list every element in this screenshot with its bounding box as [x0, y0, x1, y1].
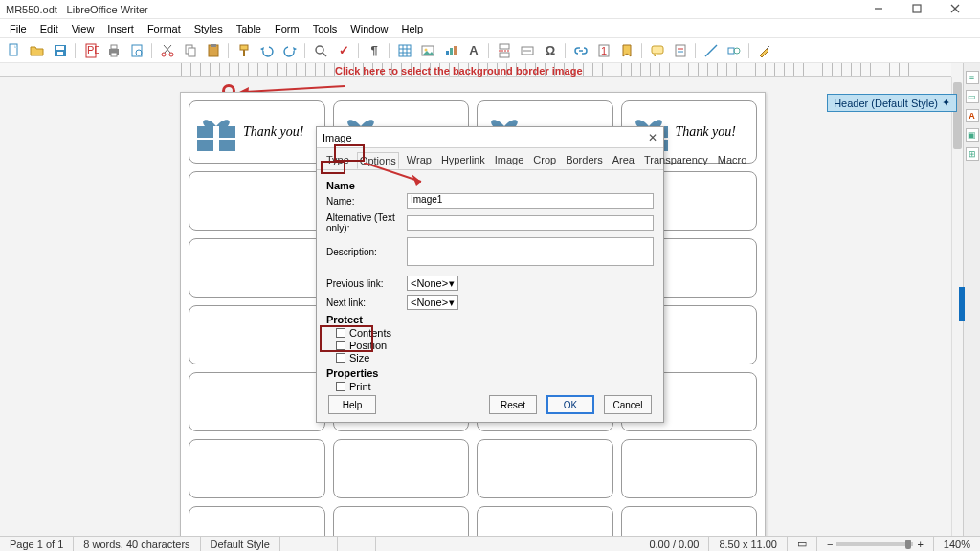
svg-rect-11: [111, 45, 117, 49]
tab-borders[interactable]: Borders: [564, 152, 605, 169]
name-label: Name:: [326, 196, 407, 207]
menu-window[interactable]: Window: [345, 21, 393, 36]
menu-styles[interactable]: Styles: [189, 21, 229, 36]
sidebar-navigator-icon[interactable]: ⊞: [966, 147, 979, 161]
save-icon[interactable]: [50, 40, 71, 61]
separator: │: [746, 40, 752, 61]
header-badge[interactable]: Header (Default Style) ✦: [827, 94, 957, 112]
svg-point-25: [316, 46, 323, 54]
minimize-button[interactable]: [859, 3, 898, 16]
cancel-button[interactable]: Cancel: [604, 395, 652, 414]
svg-text:1: 1: [601, 45, 607, 56]
dialog-close-icon[interactable]: ✕: [648, 131, 657, 144]
tab-macro[interactable]: Macro: [716, 152, 749, 169]
sidebar-handle[interactable]: [959, 287, 965, 321]
menu-tools[interactable]: Tools: [307, 21, 344, 36]
svg-rect-45: [676, 45, 685, 56]
redo-icon[interactable]: [279, 40, 301, 61]
status-size: 8.50 x 11.00: [709, 537, 788, 551]
zoom-value[interactable]: 140%: [934, 537, 980, 551]
tab-image[interactable]: Image: [493, 152, 526, 169]
tab-crop[interactable]: Crop: [531, 152, 558, 169]
page-break-icon[interactable]: [494, 40, 515, 61]
status-words[interactable]: 8 words, 40 characters: [74, 537, 200, 551]
insert-comment-icon[interactable]: [647, 40, 668, 61]
desc-input[interactable]: [407, 237, 654, 266]
tab-hyperlink[interactable]: Hyperlink: [439, 152, 487, 169]
track-changes-icon[interactable]: [670, 40, 691, 61]
help-button[interactable]: Help: [328, 395, 376, 414]
undo-icon[interactable]: [256, 40, 278, 61]
menu-table[interactable]: Table: [231, 21, 267, 36]
print-icon[interactable]: [103, 40, 124, 61]
menu-view[interactable]: View: [66, 21, 100, 36]
sidebar-properties-icon[interactable]: ≡: [966, 71, 979, 84]
insert-field-icon[interactable]: [517, 40, 538, 61]
insert-footnote-icon[interactable]: 1: [593, 40, 614, 61]
insert-special-char-icon[interactable]: Ω: [540, 40, 561, 61]
paste-icon[interactable]: [203, 40, 224, 61]
export-pdf-icon[interactable]: PDF: [80, 40, 101, 61]
sidebar-gallery-icon[interactable]: ▣: [966, 128, 979, 142]
tab-type[interactable]: Type: [324, 152, 351, 169]
copy-icon[interactable]: [180, 40, 201, 61]
name-input[interactable]: Image1: [407, 193, 654, 209]
card-text: Thank you!: [676, 124, 736, 140]
print-preview-icon[interactable]: [126, 40, 147, 61]
checkbox-contents[interactable]: Contents: [336, 327, 654, 339]
status-style[interactable]: Default Style: [201, 537, 280, 551]
reset-button[interactable]: Reset: [489, 395, 537, 414]
next-link-select[interactable]: <None>▾: [407, 295, 458, 310]
menu-edit[interactable]: Edit: [34, 21, 64, 36]
svg-line-48: [705, 45, 717, 56]
checkbox-position[interactable]: Position: [336, 340, 654, 351]
svg-rect-27: [399, 45, 411, 56]
sidebar-page-icon[interactable]: ▭: [966, 90, 979, 103]
close-button[interactable]: [936, 3, 974, 16]
checkbox-size[interactable]: Size: [336, 352, 654, 364]
open-icon[interactable]: [27, 40, 48, 61]
dialog-titlebar[interactable]: Image ✕: [317, 127, 663, 148]
zoom-slider[interactable]: − +: [817, 537, 934, 551]
prev-link-select[interactable]: <None>▾: [407, 276, 458, 291]
tab-transparency[interactable]: Transparency: [642, 152, 710, 169]
checkbox-print[interactable]: Print: [336, 381, 654, 392]
spellcheck-icon[interactable]: ✓: [333, 40, 354, 61]
insert-chart-icon[interactable]: [440, 40, 461, 61]
menu-file[interactable]: File: [4, 21, 33, 36]
line-icon[interactable]: [701, 40, 722, 61]
basic-shapes-icon[interactable]: [724, 40, 745, 61]
insert-hyperlink-icon[interactable]: [570, 40, 591, 61]
find-icon[interactable]: [310, 40, 331, 61]
ok-button[interactable]: OK: [546, 395, 594, 414]
maximize-button[interactable]: [898, 3, 936, 16]
zoom-in-icon[interactable]: +: [917, 539, 923, 550]
menu-help[interactable]: Help: [395, 21, 429, 36]
new-icon[interactable]: [4, 40, 25, 61]
tab-wrap[interactable]: Wrap: [405, 152, 434, 169]
insert-table-icon[interactable]: [394, 40, 415, 61]
clone-formatting-icon[interactable]: [234, 40, 255, 61]
insert-textbox-icon[interactable]: A: [463, 40, 484, 61]
next-link-label: Next link:: [326, 298, 407, 308]
status-view-icon[interactable]: ▭: [788, 537, 817, 551]
menu-insert[interactable]: Insert: [101, 21, 140, 36]
formatting-marks-icon[interactable]: ¶: [364, 40, 385, 61]
status-page[interactable]: Page 1 of 1: [0, 537, 74, 551]
window-title: MR550.odt - LibreOffice Writer: [6, 4, 859, 15]
alt-input[interactable]: [407, 215, 654, 231]
svg-line-17: [165, 45, 171, 53]
cut-icon[interactable]: [157, 40, 178, 61]
insert-image-icon[interactable]: [417, 40, 438, 61]
insert-bookmark-icon[interactable]: [616, 40, 637, 61]
status-insert[interactable]: [338, 537, 376, 551]
tab-options[interactable]: Options: [357, 152, 399, 169]
menu-form[interactable]: Form: [269, 21, 305, 36]
show-draw-functions-icon[interactable]: [754, 40, 775, 61]
separator: │: [149, 40, 155, 61]
zoom-out-icon[interactable]: −: [827, 539, 833, 550]
menu-format[interactable]: Format: [142, 21, 187, 36]
status-lang[interactable]: [280, 537, 338, 551]
tab-area[interactable]: Area: [611, 152, 636, 169]
sidebar-styles-icon[interactable]: A: [966, 109, 979, 122]
